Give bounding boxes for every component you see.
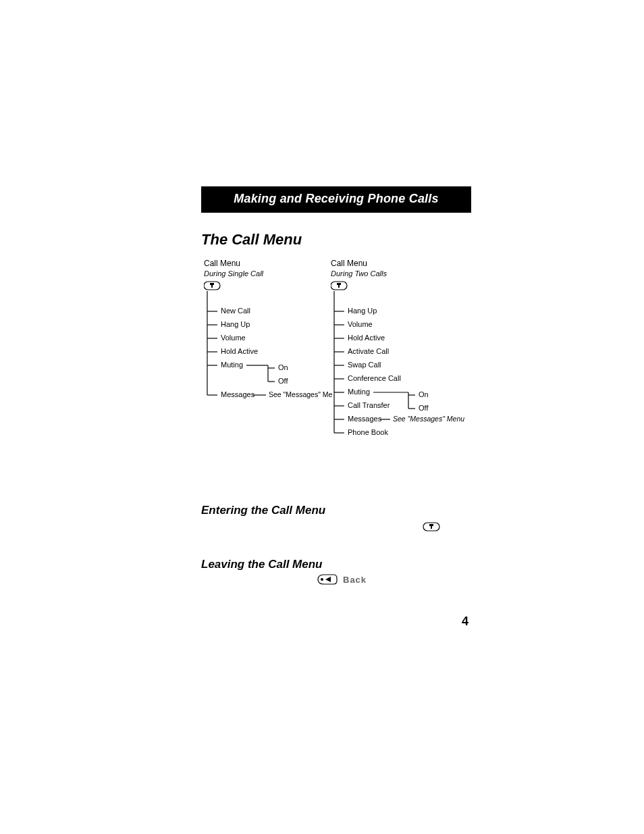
tree-item: Volume	[348, 320, 373, 328]
page-number: 4	[462, 615, 468, 629]
tree-item: Activate Call	[348, 347, 389, 355]
svg-rect-36	[431, 526, 432, 529]
section-title-entering: Entering the Call Menu	[201, 504, 325, 517]
tree-item: Messages	[348, 415, 382, 423]
tree-item: Messages	[221, 390, 255, 398]
tree-diagram: New Call Hang Up Volume Hold Active Muti…	[204, 279, 332, 421]
tree-item: Call Transfer	[348, 401, 390, 409]
tree-item: Hold Active	[348, 334, 385, 342]
svg-rect-35	[429, 524, 433, 526]
tree-item: Phone Book	[348, 428, 388, 436]
tree-item: Hang Up	[348, 307, 377, 315]
muting-on: On	[278, 363, 288, 371]
tree-diagram: Hang Up Volume Hold Active Activate Call…	[331, 279, 479, 468]
svg-rect-1	[210, 283, 214, 285]
tree-title: Call Menu	[331, 259, 479, 268]
back-label: Back	[343, 575, 367, 585]
tree-item: New Call	[221, 307, 250, 315]
tree-single-call: Call Menu During Single Call New Call	[204, 259, 332, 407]
page: Making and Receiving Phone Calls The Cal…	[0, 0, 644, 834]
tree-item: Volume	[221, 334, 246, 342]
svg-rect-2	[211, 285, 213, 288]
tree-item: Hang Up	[221, 320, 250, 328]
messages-ref: See "Messages" Menu	[269, 390, 332, 398]
back-key-icon	[317, 574, 338, 585]
tree-subtitle: During Two Calls	[331, 269, 479, 278]
tree-title: Call Menu	[204, 259, 332, 268]
tree-item: Hold Active	[221, 347, 258, 355]
muting-off: Off	[419, 404, 429, 412]
section-title-call-menu: The Call Menu	[201, 231, 302, 249]
section-title-leaving: Leaving the Call Menu	[201, 558, 322, 571]
menu-key-icon	[331, 282, 347, 290]
svg-point-37	[321, 578, 323, 581]
muting-on: On	[419, 390, 429, 398]
tree-item: Swap Call	[348, 361, 381, 369]
svg-rect-16	[337, 283, 341, 285]
back-key: Back	[317, 574, 367, 585]
menu-key-icon	[204, 282, 220, 290]
tree-two-calls: Call Menu During Two Calls	[331, 259, 479, 444]
messages-ref: See "Messages" Menu	[393, 415, 464, 423]
tree-subtitle: During Single Call	[204, 269, 332, 278]
menu-key-icon	[423, 522, 440, 531]
muting-off: Off	[278, 377, 288, 385]
chapter-title: Making and Receiving Phone Calls	[234, 192, 438, 205]
tree-item: Muting	[221, 361, 243, 369]
tree-item: Conference Call	[348, 374, 401, 382]
chapter-banner: Making and Receiving Phone Calls	[201, 186, 471, 213]
svg-rect-17	[338, 285, 340, 288]
tree-item: Muting	[348, 388, 370, 396]
